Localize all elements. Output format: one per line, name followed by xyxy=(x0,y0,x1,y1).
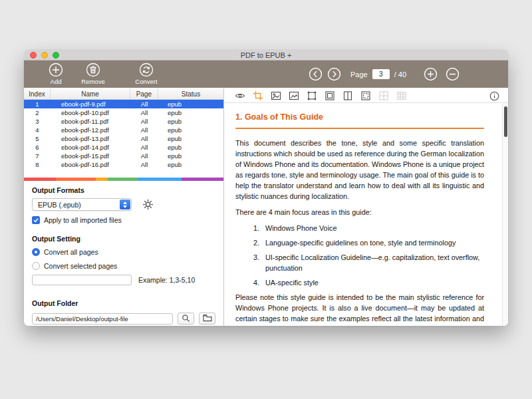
column-header-page[interactable]: Page xyxy=(130,88,158,99)
cell-status: epub xyxy=(158,135,223,142)
convert-selected-pages-option[interactable]: Convert selected pages xyxy=(32,262,215,270)
selected-pages-input[interactable] xyxy=(32,275,132,285)
table-row[interactable]: 3 ebook-pdf-11.pdf All epub xyxy=(24,117,223,126)
list-item: 4. UA-specific style xyxy=(253,277,484,288)
cell-name: ebook-pdf-12.pdf xyxy=(51,126,130,134)
cell-status: epub xyxy=(158,144,223,151)
list-item-text: Windows Phone Voice xyxy=(265,223,336,233)
image-icon[interactable] xyxy=(271,90,281,101)
table-row[interactable]: 5 ebook-pdf-13.pdf All epub xyxy=(24,134,223,143)
pages-example-label: Example: 1,3-5,10 xyxy=(138,276,195,284)
cell-name: ebook-pdf-13.pdf xyxy=(51,135,130,142)
radio-unselected-icon[interactable] xyxy=(32,262,40,270)
convert-selected-pages-label: Convert selected pages xyxy=(44,262,117,270)
cell-name: ebook-pdf-10.pdf xyxy=(51,109,130,116)
previous-page-button[interactable] xyxy=(309,67,323,81)
output-folder-label: Output Folder xyxy=(32,299,215,307)
file-table-header: Index Name Page Status xyxy=(24,88,223,100)
cell-status: epub xyxy=(158,126,223,134)
list-item-text: Language-specific guidelines on tone, st… xyxy=(265,237,456,248)
add-button[interactable]: Add xyxy=(39,63,73,85)
preview-toolbar xyxy=(224,88,508,103)
table-row[interactable]: 7 ebook-pdf-15.pdf All epub xyxy=(24,152,223,160)
output-formats-label: Output Formats xyxy=(32,186,215,194)
format-select-value: EPUB (.epub) xyxy=(38,201,81,209)
page-navigation: Page / 40 xyxy=(309,61,460,88)
table-row[interactable]: 8 ebook-pdf-16.pdf All epub xyxy=(24,160,223,169)
grid-icon-disabled xyxy=(378,90,389,101)
table-row[interactable]: 4 ebook-pdf-12.pdf All epub xyxy=(24,126,223,134)
convert-button-label: Convert xyxy=(129,78,164,85)
frame-dashed-icon[interactable] xyxy=(360,90,371,101)
frame-icon[interactable] xyxy=(325,90,335,101)
table-row[interactable]: 2 ebook-pdf-10.pdf All epub xyxy=(24,108,223,117)
list-item-number: 3. xyxy=(253,252,265,273)
remove-button-label: Remove xyxy=(76,78,110,85)
radio-selected-icon[interactable] xyxy=(32,248,40,256)
photo-frame-icon[interactable] xyxy=(289,90,299,101)
convert-button[interactable]: Convert xyxy=(129,63,164,85)
window-title: PDF to EPUB + xyxy=(24,51,508,59)
convert-all-pages-option[interactable]: Convert all pages xyxy=(32,248,215,256)
scrollbar-thumb[interactable] xyxy=(504,106,507,137)
cell-index: 5 xyxy=(24,135,51,142)
remove-button[interactable]: Remove xyxy=(76,63,110,85)
trash-icon xyxy=(76,63,110,77)
cell-status: epub xyxy=(158,100,223,108)
list-item: 3. UI-specific Localization Guideline—e.… xyxy=(253,252,484,273)
page-label: Page xyxy=(350,70,368,78)
info-icon[interactable] xyxy=(489,91,499,101)
cell-page: All xyxy=(130,144,158,151)
cell-page: All xyxy=(130,118,158,125)
cell-status: epub xyxy=(158,109,223,116)
cell-index: 6 xyxy=(24,144,51,151)
table-icon-disabled xyxy=(396,90,407,101)
app-window: PDF to EPUB + Add Remove xyxy=(24,50,508,326)
document-preview[interactable]: 1. Goals of This Guide This document des… xyxy=(224,104,508,326)
list-item-number: 2. xyxy=(253,237,265,248)
gear-icon[interactable] xyxy=(142,199,154,210)
checkbox-checked-icon[interactable] xyxy=(32,216,40,224)
page-total-label: / 40 xyxy=(394,70,406,78)
cell-index: 7 xyxy=(24,152,51,160)
table-row[interactable]: 1 ebook-pdf-9.pdf All epub xyxy=(24,100,223,108)
browse-folder-button[interactable] xyxy=(199,313,215,325)
column-header-name[interactable]: Name xyxy=(51,88,130,99)
document-paragraph: This document describes the tone, style … xyxy=(235,138,484,201)
cell-page: All xyxy=(130,135,158,142)
cell-index: 1 xyxy=(24,100,51,108)
folder-icon xyxy=(203,314,212,323)
document-scrollbar[interactable] xyxy=(502,104,508,326)
cell-status: epub xyxy=(158,152,223,160)
cell-page: All xyxy=(130,161,158,168)
table-row[interactable]: 6 ebook-pdf-14.pdf All epub xyxy=(24,143,223,152)
cell-index: 4 xyxy=(24,126,51,134)
frame-handles-icon[interactable] xyxy=(307,90,317,101)
apply-all-checkbox-row[interactable]: Apply to all imported files xyxy=(32,216,215,224)
next-page-button[interactable] xyxy=(327,67,341,81)
cell-index: 3 xyxy=(24,118,51,125)
magnifier-icon xyxy=(182,314,190,324)
cell-page: All xyxy=(130,109,158,116)
cell-index: 8 xyxy=(24,161,51,168)
list-item-number: 4. xyxy=(253,277,265,288)
output-setting-label: Output Setting xyxy=(32,235,215,243)
columns-icon[interactable] xyxy=(342,90,353,101)
cell-name: ebook-pdf-16.pdf xyxy=(51,161,130,168)
output-folder-path-input[interactable] xyxy=(32,313,173,325)
format-select[interactable]: EPUB (.epub) xyxy=(32,198,132,211)
settings-form: Output Formats EPUB (.epub) xyxy=(24,181,223,326)
column-header-status[interactable]: Status xyxy=(158,88,223,99)
list-item: 2. Language-specific guidelines on tone,… xyxy=(253,237,484,248)
eye-preview-icon[interactable] xyxy=(235,90,245,101)
cell-name: ebook-pdf-15.pdf xyxy=(51,152,130,160)
column-header-index[interactable]: Index xyxy=(24,88,51,99)
preview-folder-button[interactable] xyxy=(178,313,194,325)
zoom-in-button[interactable] xyxy=(424,67,438,81)
zoom-out-button[interactable] xyxy=(446,67,460,81)
document-paragraph: There are 4 main focus areas in this gui… xyxy=(235,207,484,217)
list-item-text: UI-specific Localization Guideline—e.g. … xyxy=(265,252,484,273)
page-number-input[interactable] xyxy=(372,69,390,79)
document-paragraph: Please note this style guide is intended… xyxy=(235,292,484,326)
crop-icon-active[interactable] xyxy=(253,90,263,101)
